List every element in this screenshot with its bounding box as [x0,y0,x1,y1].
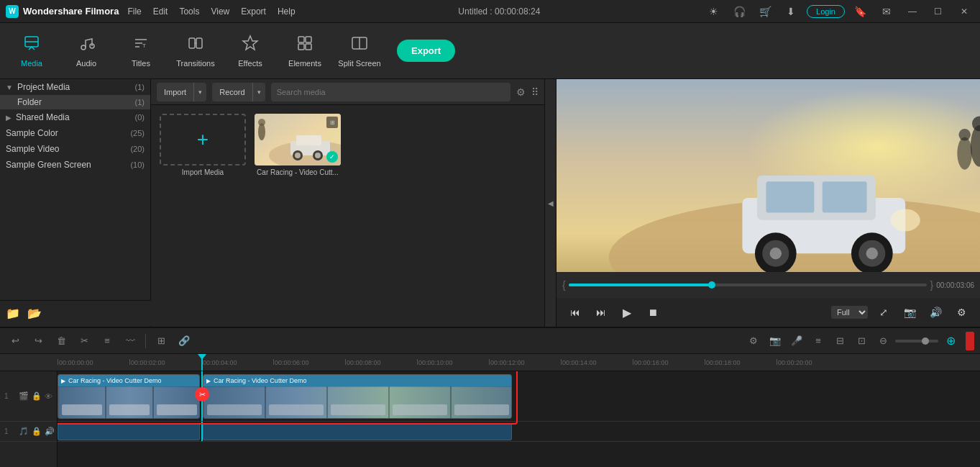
track-button[interactable]: ≡ [809,332,828,350]
record-dropdown-arrow[interactable]: ▾ [252,83,265,101]
link-button[interactable]: 🔗 [175,332,193,350]
collapse-arrow[interactable]: ◀ [544,79,556,327]
tool-elements[interactable]: Elements [279,27,331,75]
project-media-header[interactable]: ▼ Project Media (1) [0,79,150,95]
split-tl-button[interactable]: ⊟ [830,332,849,350]
download-icon-button[interactable]: ⬇ [781,3,801,20]
right-bracket[interactable]: } [930,279,933,291]
menu-export[interactable]: Export [241,6,266,17]
clip-segment-1[interactable]: ▶ Car Racing - Video Cutter Demo [58,374,200,419]
sun-icon-button[interactable]: ☀ [703,3,723,20]
crop-tl-button[interactable]: ⊡ [852,332,871,350]
step-back-button[interactable]: ⏭ [591,302,611,322]
delete-button[interactable]: 🗑 [52,332,70,350]
audio-adjust-button[interactable]: ≡ [98,332,116,350]
tool-media[interactable]: Media [6,27,58,75]
zoom-slider[interactable] [895,340,938,343]
lock-icon[interactable]: 🔒 [32,391,42,401]
search-input[interactable] [271,83,510,101]
stop-button[interactable]: ⏹ [643,302,663,322]
message-icon-button[interactable]: ✉ [876,3,897,20]
svg-rect-56 [331,404,385,415]
filter-icon[interactable]: ⚙ [516,86,526,98]
audio-bar-1[interactable] [58,423,200,440]
scissors-badge: ✂ [195,387,209,402]
ruler-mark-0: 00:00:00:00 [58,359,129,366]
import-placeholder-thumb: + [160,114,246,166]
camera-tl-button[interactable]: 📷 [766,332,784,350]
open-folder-icon[interactable]: 📂 [27,307,42,320]
add-folder-icon[interactable]: 📁 [6,307,20,320]
settings-tl-button[interactable]: ⚙ [744,332,763,350]
transitions-icon [187,35,204,56]
clip-2-inner: ▶ Car Racing - Video Cutter Demo [203,375,511,418]
clip-2-header: ▶ Car Racing - Video Cutter Demo [203,375,511,386]
redo-button[interactable]: ↪ [29,332,47,350]
progress-thumb [708,281,715,289]
media-item-car-racing[interactable]: ⊞ ✓ Car Racing - Video Cutt... [255,114,341,176]
record-button[interactable]: Record [212,83,252,101]
import-button[interactable]: Import [157,83,193,101]
car-racing-thumb: ⊞ ✓ [255,114,341,166]
left-bracket[interactable]: { [562,279,566,291]
folder-item[interactable]: Folder (1) [0,95,150,109]
zoom-select[interactable]: Full 75% 50% [831,306,868,319]
clip-1-strip [58,386,199,419]
import-dropdown-arrow[interactable]: ▾ [193,83,206,101]
clip-segment-2[interactable]: ▶ Car Racing - Video Cutter Demo [203,374,512,419]
mic-tl-button[interactable]: 🎤 [787,332,806,350]
menu-view[interactable]: View [211,6,229,17]
audio-vol-icon[interactable]: 🔊 [45,427,55,436]
volume-icon[interactable]: 🔊 [925,302,945,322]
elements-icon [296,35,313,56]
sample-video-header[interactable]: Sample Video (20) [0,141,150,157]
add-media-button[interactable]: ⊞ [152,332,170,350]
progress-bar[interactable] [569,284,928,286]
tool-transitions[interactable]: Transitions [170,27,221,75]
titlebar-left: W Wondershare Filmora File Edit Tools Vi… [6,5,296,18]
media-import-placeholder[interactable]: + Import Media [160,114,246,176]
headphone-icon-button[interactable]: 🎧 [729,3,749,20]
sample-green-label: Sample Green Screen [6,160,91,170]
folder-count: (1) [135,98,145,106]
sample-green-header[interactable]: Sample Green Screen (10) [0,157,150,173]
sample-color-count: (25) [130,129,145,137]
tool-audio[interactable]: Audio [60,27,112,75]
ruler-mark-3: 00:00:06:00 [273,359,345,366]
export-button[interactable]: Export [397,40,455,62]
shared-media-header[interactable]: ▶ Shared Media (0) [0,109,150,125]
sample-color-header[interactable]: Sample Color (25) [0,125,150,141]
menu-edit[interactable]: Edit [153,6,168,17]
zoom-in-tl-button[interactable]: ⊕ [941,332,960,350]
corner-icon: ⊞ [326,117,338,128]
maximize-button[interactable]: ☐ [928,3,948,20]
cut-button[interactable]: ✂ [75,332,93,350]
full-screen-icon[interactable]: ⤢ [874,302,894,322]
timeline-ruler[interactable]: 00:00:00:00 00:00:02:00 00:00:04:00 00:0… [0,354,980,371]
zoom-out-tl-button[interactable]: ⊖ [874,332,892,350]
bookmark-icon-button[interactable]: 🔖 [851,3,871,20]
menu-tools[interactable]: Tools [179,6,199,17]
tool-titles[interactable]: T Titles [115,27,167,75]
audio-lock-icon[interactable]: 🔒 [32,427,42,436]
cart-icon-button[interactable]: 🛒 [755,3,775,20]
login-button[interactable]: Login [807,5,845,18]
play-button[interactable]: ▶ [617,302,637,322]
titles-icon: T [132,35,150,56]
minimize-button[interactable]: — [902,3,922,20]
tool-split-screen[interactable]: Split Screen [334,27,385,75]
grid-view-icon[interactable]: ⠿ [531,86,539,98]
prev-frame-button[interactable]: ⏮ [565,302,585,322]
menu-file[interactable]: File [127,6,141,17]
track-number-a1: 1 [4,427,16,435]
screenshot-icon[interactable]: 📷 [899,302,920,322]
eye-icon[interactable]: 👁 [45,392,52,401]
tool-effects[interactable]: Effects [224,27,276,75]
ruler-mark-4: 00:00:08:00 [345,359,417,366]
close-button[interactable]: ✕ [954,3,974,20]
menu-help[interactable]: Help [278,6,296,17]
undo-button[interactable]: ↩ [6,332,24,350]
audio-bar-2[interactable] [203,423,512,440]
settings-icon[interactable]: ⚙ [951,302,971,322]
waveform-button[interactable]: 〰 [121,332,139,350]
